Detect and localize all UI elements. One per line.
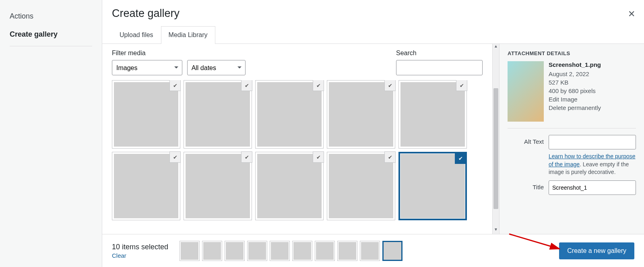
search-input[interactable] <box>396 60 483 75</box>
selection-chip[interactable] <box>247 241 267 261</box>
selection-chip-thumbnail <box>293 242 311 260</box>
media-thumbnail <box>257 82 322 147</box>
attachment-details: ATTACHMENT DETAILS Screenshot_1.png Augu… <box>499 44 644 234</box>
clear-selection-link[interactable]: Clear <box>112 252 168 259</box>
media-thumbnail <box>114 154 178 218</box>
selection-strip <box>180 241 402 261</box>
selection-chip-thumbnail <box>226 242 244 260</box>
selection-chip-thumbnail <box>181 242 198 260</box>
create-gallery-button[interactable]: Create a new gallery <box>559 242 634 259</box>
media-tile[interactable]: ✔ <box>398 152 467 220</box>
modal-sidebar: Actions Create gallery <box>0 0 102 267</box>
check-icon[interactable]: ✔ <box>169 151 181 163</box>
modal-footer: 10 items selected Clear Create a new gal… <box>102 234 644 267</box>
search-label: Search <box>396 50 483 57</box>
title-input[interactable] <box>549 180 636 195</box>
media-library: Filter media Images All dates <box>102 44 492 234</box>
filter-type-select[interactable]: Images <box>112 60 182 75</box>
check-icon[interactable]: ✔ <box>456 80 467 91</box>
tab-upload-files[interactable]: Upload files <box>112 26 161 43</box>
check-icon[interactable]: ✔ <box>384 151 396 163</box>
tabs: Upload files Media Library <box>102 26 644 44</box>
attachment-thumbnail <box>508 61 544 122</box>
media-grid-scroll[interactable]: ✔✔✔✔✔✔✔✔✔✔ <box>112 80 492 234</box>
filter-bar: Filter media Images All dates <box>112 50 492 80</box>
media-tile[interactable]: ✔ <box>327 152 395 220</box>
selection-chip-thumbnail <box>316 242 334 260</box>
attachment-date: August 2, 2022 <box>549 70 601 77</box>
selection-chip-thumbnail <box>361 242 379 260</box>
check-icon[interactable]: ✔ <box>313 80 324 91</box>
media-tile[interactable]: ✔ <box>327 80 395 149</box>
selection-chip[interactable] <box>382 241 402 261</box>
selection-chip[interactable] <box>337 241 357 261</box>
title-label: Title <box>508 180 544 190</box>
scrollbar-down-icon[interactable]: ▼ <box>493 227 499 234</box>
media-thumbnail <box>114 82 178 147</box>
check-icon[interactable]: ✔ <box>241 80 252 91</box>
selection-chip-thumbnail <box>203 242 221 260</box>
scrollbar-up-icon[interactable]: ▲ <box>493 44 499 51</box>
check-icon[interactable]: ✔ <box>384 80 396 91</box>
media-tile[interactable]: ✔ <box>112 80 180 149</box>
check-icon[interactable]: ✔ <box>313 151 324 163</box>
attachment-size: 527 KB <box>549 79 601 86</box>
selection-chip[interactable] <box>360 241 380 261</box>
selection-chip-thumbnail <box>339 242 356 260</box>
content-area: Filter media Images All dates <box>102 44 644 234</box>
media-thumbnail <box>329 154 393 218</box>
attachment-dimensions: 400 by 680 pixels <box>549 87 601 94</box>
media-grid: ✔✔✔✔✔✔✔✔✔✔ <box>112 80 489 220</box>
sidebar-separator <box>10 46 92 46</box>
media-thumbnail <box>400 82 465 147</box>
filter-date-select[interactable]: All dates <box>187 60 246 75</box>
media-thumbnail <box>329 82 393 147</box>
check-icon[interactable]: ✔ <box>455 153 466 164</box>
modal-title: Create gallery <box>112 7 634 20</box>
edit-image-link[interactable]: Edit Image <box>549 96 601 103</box>
media-tile[interactable]: ✔ <box>184 152 252 220</box>
check-icon[interactable]: ✔ <box>241 151 252 163</box>
selection-chip[interactable] <box>202 241 222 261</box>
selection-chip[interactable] <box>225 241 245 261</box>
attachment-filename: Screenshot_1.png <box>549 61 601 68</box>
check-icon[interactable]: ✔ <box>169 80 181 91</box>
modal-header: Create gallery <box>102 0 644 20</box>
selection-chip[interactable] <box>315 241 335 261</box>
filter-media-label: Filter media <box>112 50 246 57</box>
media-tile[interactable]: ✔ <box>112 152 180 220</box>
selection-chip[interactable] <box>270 241 290 261</box>
selection-chip-thumbnail <box>384 242 401 260</box>
selection-chip[interactable] <box>180 241 200 261</box>
tab-media-library[interactable]: Media Library <box>161 26 215 44</box>
media-thumbnail <box>186 154 250 218</box>
media-tile[interactable]: ✔ <box>398 80 467 149</box>
details-title: ATTACHMENT DETAILS <box>508 50 636 56</box>
selection-chip[interactable] <box>292 241 312 261</box>
selection-chip-thumbnail <box>248 242 266 260</box>
details-separator <box>508 128 636 128</box>
scrollbar-thumb[interactable] <box>493 88 498 209</box>
selection-count: 10 items selected <box>112 243 168 251</box>
sidebar-item-create-gallery[interactable]: Create gallery <box>0 25 102 43</box>
scrollbar-vertical[interactable]: ▲ ▼ <box>492 44 499 234</box>
alt-text-label: Alt Text <box>508 135 544 145</box>
media-thumbnail <box>257 154 322 218</box>
alt-text-input[interactable] <box>549 135 636 149</box>
close-icon[interactable]: ✕ <box>628 9 635 19</box>
media-thumbnail <box>186 82 250 147</box>
media-tile[interactable]: ✔ <box>255 152 324 220</box>
selection-chip-thumbnail <box>271 242 289 260</box>
media-tile[interactable]: ✔ <box>255 80 324 149</box>
modal-main: ✕ Create gallery Upload files Media Libr… <box>102 0 644 267</box>
media-tile[interactable]: ✔ <box>184 80 252 149</box>
delete-permanently-link[interactable]: Delete permanently <box>549 104 601 111</box>
sidebar-item-actions[interactable]: Actions <box>0 7 102 25</box>
